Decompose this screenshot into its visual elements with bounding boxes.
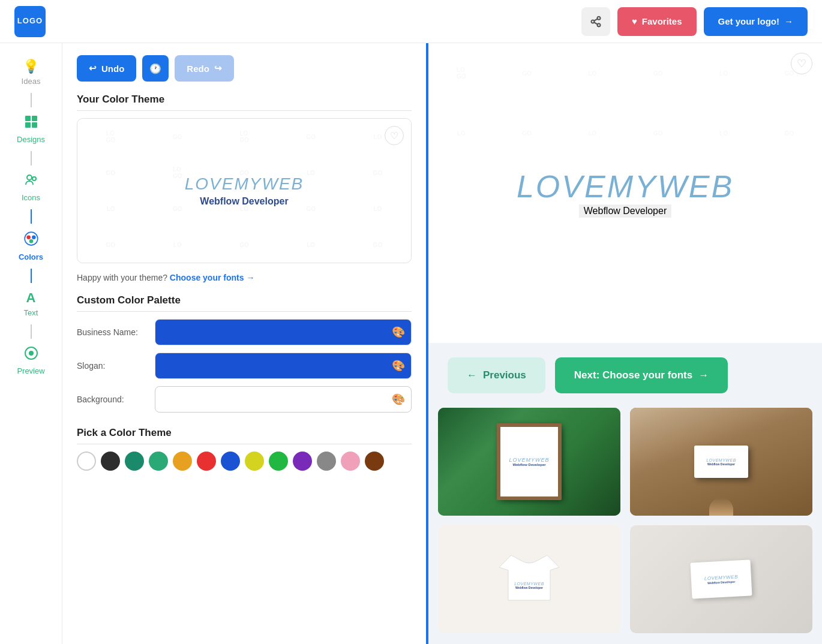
swatch-teal[interactable] xyxy=(125,452,144,471)
sidebar-item-colors[interactable]: Colors xyxy=(0,225,62,267)
sidebar-item-ideas[interactable]: 💡 Ideas xyxy=(0,53,62,92)
background-label: Background: xyxy=(77,395,155,404)
toolbar: ↩ Undo 🕐 Redo ↪ xyxy=(77,55,412,82)
sidebar-item-text[interactable]: A Text xyxy=(0,284,62,323)
arrow-right-icon: → xyxy=(698,369,709,381)
sidebar-item-icons[interactable]: Icons xyxy=(0,167,62,208)
business-name-label: Business Name: xyxy=(77,327,155,337)
swatch-bright-green[interactable] xyxy=(269,452,288,471)
previous-button[interactable]: ← Previous xyxy=(448,357,545,393)
svg-point-14 xyxy=(29,239,33,243)
editor-panel: ↩ Undo 🕐 Redo ↪ Your Color Theme LOGOGOL… xyxy=(62,43,428,644)
preview-top: LOGO GO LO GO LO GO LO GO LO GO LO GO LO… xyxy=(428,43,822,343)
preview-tagline-area: Webflow Developer xyxy=(517,204,734,218)
background-color-picker[interactable]: 🎨 xyxy=(155,386,412,413)
swatch-gray[interactable] xyxy=(317,452,336,471)
undo-button[interactable]: ↩ Undo xyxy=(77,55,136,82)
mockup-card-table: LOVEMYWEB Webflow Developer xyxy=(630,525,812,633)
pick-color-theme-section: Pick a Color Theme xyxy=(77,427,412,471)
theme-prompt: Happy with your theme? Choose your fonts… xyxy=(77,273,412,282)
svg-point-16 xyxy=(29,351,34,356)
svg-rect-5 xyxy=(25,116,31,121)
connector-2 xyxy=(31,151,32,165)
mockup-card-hand: LOVEMYWEB Webflow Developer xyxy=(630,408,812,516)
swatch-blue[interactable] xyxy=(221,452,240,471)
header: LOGO ♥ Favorites Get your logo! → xyxy=(0,0,822,43)
swatch-red[interactable] xyxy=(197,452,216,471)
theme-card-inner: LOGOGOLOGOGOLO GOLOGOGOLOGO LOGOLOGOLO G… xyxy=(77,119,411,263)
svg-point-13 xyxy=(32,236,36,240)
swatch-yellow[interactable] xyxy=(245,452,264,471)
sidebar-item-label: Colors xyxy=(19,252,43,261)
preview-logo-name: LOVEMYWEB xyxy=(517,168,734,204)
color-picker-icon: 🎨 xyxy=(392,359,405,372)
connector-1 xyxy=(31,93,32,107)
color-picker-icon: 🎨 xyxy=(392,326,405,339)
share-button[interactable] xyxy=(581,7,610,36)
history-icon: 🕐 xyxy=(149,63,161,74)
arrow-left-icon: ← xyxy=(467,369,477,381)
preview-nav: ← Previous Next: Choose your fonts → xyxy=(428,343,822,408)
sidebar-item-label: Ideas xyxy=(22,77,41,86)
theme-logo-area: LOVEMYWEB Webflow Developer xyxy=(185,174,304,207)
theme-heart-button[interactable]: ♡ xyxy=(385,126,404,145)
svg-point-11 xyxy=(25,232,38,245)
sidebar-item-preview[interactable]: Preview xyxy=(0,340,62,381)
undo-icon: ↩ xyxy=(89,63,97,74)
business-name-color-picker[interactable]: 🎨 xyxy=(155,319,412,345)
get-logo-button[interactable]: Get your logo! → xyxy=(704,7,808,36)
sidebar-item-label: Icons xyxy=(22,193,40,202)
preview-logo-center: LOVEMYWEB Webflow Developer xyxy=(517,168,734,218)
mockup-card-tshirt: LOVEMYWEB Webflow Developer xyxy=(438,525,620,633)
header-right: ♥ Favorites Get your logo! → xyxy=(581,7,808,36)
heart-icon: ♥ xyxy=(632,16,637,26)
connector-3 xyxy=(31,209,32,224)
preview-icon xyxy=(24,346,38,364)
svg-line-4 xyxy=(594,19,598,20)
favorites-button[interactable]: ♥ Favorites xyxy=(617,7,697,36)
swatch-purple[interactable] xyxy=(293,452,312,471)
sidebar-item-label: Designs xyxy=(17,135,45,144)
business-name-row: Business Name: 🎨 xyxy=(77,319,412,345)
swatch-pink[interactable] xyxy=(341,452,360,471)
custom-palette-title: Custom Color Palette xyxy=(77,294,412,312)
colors-icon xyxy=(23,231,39,250)
svg-point-10 xyxy=(32,177,36,180)
color-swatches xyxy=(77,452,412,471)
redo-button[interactable]: Redo ↪ xyxy=(175,55,234,82)
sidebar-item-designs[interactable]: Designs xyxy=(0,109,62,150)
choose-fonts-link[interactable]: Choose your fonts → xyxy=(170,273,255,282)
swatch-white[interactable] xyxy=(77,452,96,471)
mockup-card-frame: LOVEMYWEB Webflow Developer xyxy=(438,408,620,516)
theme-logo-name: LOVEMYWEB xyxy=(185,174,304,194)
icons-icon xyxy=(24,173,38,191)
slogan-row: Slogan: 🎨 xyxy=(77,353,412,379)
next-button[interactable]: Next: Choose your fonts → xyxy=(555,357,728,393)
history-button[interactable]: 🕐 xyxy=(142,55,169,82)
svg-rect-6 xyxy=(32,116,37,121)
svg-rect-7 xyxy=(25,122,31,128)
swatch-brown[interactable] xyxy=(365,452,384,471)
swatch-orange[interactable] xyxy=(173,452,192,471)
redo-icon: ↪ xyxy=(214,63,222,74)
sidebar: 💡 Ideas Designs Icons Colors A Tex xyxy=(0,43,62,644)
color-picker-icon: 🎨 xyxy=(392,393,405,406)
preview-panel: LOGO GO LO GO LO GO LO GO LO GO LO GO LO… xyxy=(428,43,822,644)
theme-card: LOGOGOLOGOGOLO GOLOGOGOLOGO LOGOLOGOLO G… xyxy=(77,118,412,263)
swatch-dark[interactable] xyxy=(101,452,120,471)
logo-mark: LOGO xyxy=(14,6,46,37)
color-theme-title: Your Color Theme xyxy=(77,94,412,111)
svg-point-9 xyxy=(27,175,32,180)
preview-heart-button[interactable]: ♡ xyxy=(791,53,812,74)
connector-4 xyxy=(31,269,32,283)
sidebar-item-label: Text xyxy=(24,308,38,317)
preview-logo-tagline: Webflow Developer xyxy=(579,204,671,218)
text-icon: A xyxy=(26,290,36,306)
slogan-color-picker[interactable]: 🎨 xyxy=(155,353,412,379)
pick-color-theme-title: Pick a Color Theme xyxy=(77,427,412,444)
main-layout: 💡 Ideas Designs Icons Colors A Tex xyxy=(0,43,822,644)
sidebar-item-label: Preview xyxy=(17,366,44,375)
arrow-right-icon: → xyxy=(784,16,793,26)
theme-logo-tagline: Webflow Developer xyxy=(185,196,304,207)
swatch-green[interactable] xyxy=(149,452,168,471)
